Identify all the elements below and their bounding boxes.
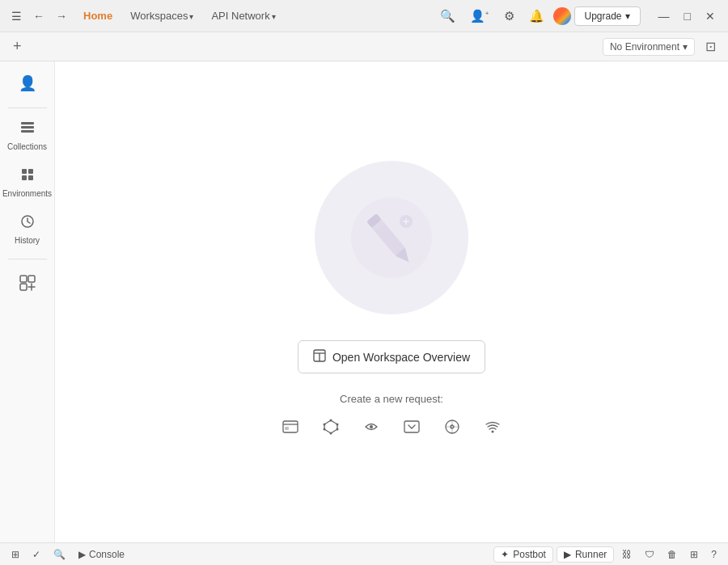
create-request-section: Create a new request:: [277, 393, 506, 443]
layout-button[interactable]: ⊡: [700, 36, 722, 57]
sidebar: 👤 Collections Environ: [0, 61, 55, 542]
forward-button[interactable]: →: [51, 6, 72, 26]
bottombar: ⊞ ✓ 🔍 ▶ Console ✦ Postbot ▶ Runner ⛓ 🛡 🗑…: [0, 542, 728, 565]
invite-button[interactable]: 👤+: [464, 6, 495, 27]
svg-rect-24: [283, 421, 298, 432]
console-icon: ▶: [78, 549, 86, 560]
sidebar-item-environments[interactable]: Environments: [3, 160, 52, 205]
tabsbar: + No Environment ▾ ⊡: [0, 32, 728, 61]
svg-rect-35: [404, 421, 419, 432]
workspaces-chevron: ▾: [189, 12, 193, 21]
svg-point-32: [324, 428, 326, 431]
postman-logo: [553, 7, 571, 25]
api-network-chevron: ▾: [272, 12, 276, 21]
history-label: History: [15, 236, 40, 246]
window-controls: — □ ✕: [652, 6, 722, 26]
svg-rect-4: [28, 169, 33, 174]
link-button[interactable]: ⛓: [617, 547, 637, 562]
content-area: Open Workspace Overview Create a new req…: [55, 61, 728, 542]
svg-point-28: [330, 420, 332, 422]
bottom-search-button[interactable]: 🔍: [49, 547, 70, 562]
console-button[interactable]: ▶ Console: [74, 547, 129, 562]
runner-icon: ▶: [564, 549, 571, 560]
minimize-button[interactable]: —: [652, 6, 676, 26]
titlebar-icons: 🔍 👤+ ⚙ 🔔 Upgrade ▾: [434, 6, 641, 27]
sidebar-item-history[interactable]: History: [3, 207, 52, 252]
hamburger-button[interactable]: ☰: [6, 6, 27, 26]
postbot-label: Postbot: [513, 549, 546, 560]
add-tab-button[interactable]: +: [6, 36, 28, 57]
settings-button[interactable]: ⚙: [498, 6, 520, 27]
create-request-label: Create a new request:: [340, 393, 443, 405]
svg-rect-6: [28, 175, 33, 180]
open-workspace-button[interactable]: Open Workspace Overview: [298, 340, 485, 373]
shield-button[interactable]: 🛡: [640, 547, 659, 562]
env-selector[interactable]: No Environment ▾: [603, 38, 695, 56]
new-http-request-button[interactable]: [277, 415, 304, 443]
create-request-icons: [277, 415, 506, 443]
svg-rect-9: [28, 276, 35, 282]
postbot-icon: ✦: [501, 549, 509, 560]
svg-rect-0: [21, 122, 34, 124]
titlebar: ☰ ← → Home Workspaces▾ API Network▾ 🔍 👤+…: [0, 0, 728, 32]
svg-rect-1: [21, 126, 34, 129]
trash-button[interactable]: 🗑: [662, 547, 682, 562]
svg-rect-3: [22, 169, 27, 174]
home-nav-item[interactable]: Home: [77, 6, 119, 25]
svg-rect-5: [22, 175, 27, 180]
help-button[interactable]: ?: [706, 547, 722, 562]
sidebar-grid-add-button[interactable]: [3, 268, 52, 298]
bottom-check-button[interactable]: ✓: [28, 547, 45, 562]
main-area: 👤 Collections Environ: [0, 61, 728, 542]
bottom-right: ✦ Postbot ▶ Runner ⛓ 🛡 🗑 ⊞ ?: [493, 546, 722, 563]
svg-rect-8: [20, 276, 27, 282]
collections-label: Collections: [7, 142, 47, 152]
sidebar-divider-2: [8, 259, 47, 259]
svg-point-33: [324, 424, 326, 426]
new-socketio-request-button[interactable]: [438, 415, 466, 443]
svg-point-30: [336, 428, 339, 431]
account-icon: 👤: [19, 74, 36, 92]
environments-icon: [19, 167, 36, 187]
svg-rect-10: [20, 284, 27, 290]
new-graphql-request-button[interactable]: [317, 415, 345, 443]
search-button[interactable]: 🔍: [434, 6, 461, 27]
upgrade-chevron: ▾: [625, 11, 630, 22]
postbot-button[interactable]: ✦ Postbot: [493, 546, 553, 563]
svg-point-34: [370, 425, 373, 428]
sidebar-item-account[interactable]: 👤: [3, 68, 52, 101]
back-button[interactable]: ←: [28, 6, 49, 26]
sidebar-item-collections[interactable]: Collections: [3, 113, 52, 158]
upgrade-button[interactable]: Upgrade ▾: [574, 6, 641, 26]
history-icon: [19, 213, 36, 234]
console-label: Console: [89, 549, 125, 560]
new-mqtt-request-button[interactable]: [479, 415, 506, 443]
close-button[interactable]: ✕: [699, 6, 722, 26]
svg-rect-2: [21, 130, 34, 133]
new-websocket-request-button[interactable]: [398, 415, 425, 443]
workspaces-nav-item[interactable]: Workspaces▾: [124, 6, 200, 25]
sidebar-divider-1: [8, 108, 47, 108]
api-network-nav-item[interactable]: API Network▾: [205, 6, 281, 25]
bottom-grid-button[interactable]: ⊞: [6, 547, 24, 562]
env-selector-label: No Environment: [610, 41, 679, 53]
grid-settings-button[interactable]: ⊞: [685, 547, 703, 562]
svg-marker-27: [324, 420, 337, 433]
runner-button[interactable]: ▶ Runner: [557, 546, 614, 563]
nav-controls: ☰ ← →: [6, 6, 72, 26]
empty-state-illustration: [315, 161, 468, 314]
bell-button[interactable]: 🔔: [523, 6, 550, 27]
svg-point-29: [336, 424, 339, 426]
new-grpc-request-button[interactable]: [358, 415, 385, 443]
env-chevron-icon: ▾: [683, 41, 688, 53]
runner-label: Runner: [575, 549, 607, 560]
svg-rect-26: [285, 427, 289, 430]
collections-icon: [19, 120, 36, 140]
titlebar-left: ☰ ← → Home Workspaces▾ API Network▾: [6, 6, 430, 26]
environments-label: Environments: [2, 189, 52, 199]
workspace-overview-icon: [313, 349, 326, 365]
svg-point-40: [492, 431, 494, 433]
maximize-button[interactable]: □: [678, 6, 697, 26]
svg-point-31: [330, 432, 332, 435]
open-workspace-label: Open Workspace Overview: [332, 351, 470, 364]
